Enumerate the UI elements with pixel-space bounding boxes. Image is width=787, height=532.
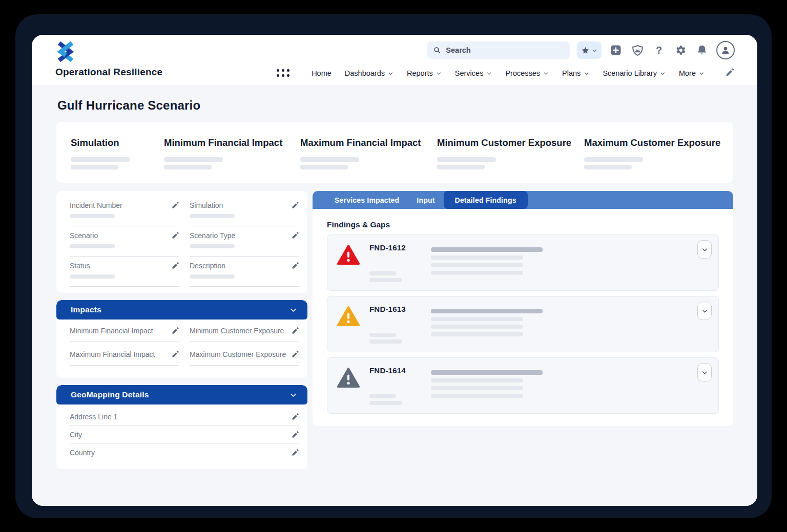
summary-col-max-customer-exposure: Maximum Customer Exposure (584, 137, 733, 169)
summary-col-simulation: Simulation (71, 137, 164, 169)
chevron-down-icon (436, 71, 442, 76)
edit-pencil-icon[interactable] (291, 350, 299, 358)
placeholder-bar (431, 247, 543, 252)
placeholder-bar (431, 386, 523, 390)
finding-description-skeleton (429, 366, 709, 406)
summary-header: Maximum Financial Impact (300, 137, 437, 148)
placeholder-bar (431, 317, 523, 321)
nav-item-processes[interactable]: Processes (505, 69, 549, 77)
app-title: Operational Resilience (55, 67, 162, 78)
chevron-down-icon (699, 71, 705, 76)
nav-item-reports[interactable]: Reports (407, 69, 442, 77)
field-underline (70, 256, 179, 257)
field-label: Scenario Type (190, 231, 235, 240)
expand-finding-button[interactable] (697, 363, 712, 381)
edit-pencil-icon[interactable] (171, 350, 179, 358)
placeholder-bar (70, 214, 115, 218)
section-title: Impacts (71, 305, 101, 314)
summary-col-min-customer-exposure: Minimum Customer Exposure (437, 137, 584, 169)
expand-finding-button[interactable] (697, 302, 712, 320)
placeholder-bar (190, 244, 235, 248)
nav-item-home[interactable]: Home (312, 69, 332, 77)
nav-item-services[interactable]: Services (455, 69, 492, 77)
edit-pencil-icon[interactable] (171, 327, 179, 335)
edit-pencil-icon[interactable] (171, 231, 179, 240)
search-input[interactable] (445, 46, 564, 55)
nav-item-label: Home (312, 69, 332, 77)
summary-header: Minimum Customer Exposure (437, 137, 584, 148)
tab-label: Services Impacted (335, 196, 399, 204)
main-nav: Home Dashboards Reports Services Process… (277, 67, 735, 80)
edit-pencil-icon[interactable] (291, 413, 299, 421)
edit-pencil-icon[interactable] (291, 201, 299, 209)
summary-col-max-financial-impact: Maximum Financial Impact (300, 137, 437, 169)
edit-pencil-icon[interactable] (291, 449, 299, 457)
field-label: Simulation (190, 201, 223, 209)
chevron-down-icon (584, 71, 589, 76)
geomapping-section-header[interactable]: GeoMapping Details (56, 385, 307, 405)
global-search[interactable] (427, 41, 570, 59)
edit-pencil-icon[interactable] (291, 231, 299, 240)
placeholder-bar (369, 394, 396, 398)
placeholder-bar (431, 370, 543, 375)
notifications-button[interactable] (695, 42, 709, 58)
field-label: Maximum Customer Exposure (190, 350, 286, 358)
edit-pencil-icon[interactable] (171, 262, 179, 270)
tab-label: Detailed Findings (455, 196, 516, 204)
warning-triangle-icon (337, 305, 361, 345)
question-mark-icon: ? (656, 45, 662, 56)
edit-pencil-icon[interactable] (171, 201, 179, 209)
nav-item-dashboards[interactable]: Dashboards (345, 69, 394, 77)
edit-pencil-icon[interactable] (291, 431, 299, 439)
chevron-down-icon (388, 71, 394, 76)
finding-card-fnd-1612: FND-1612 (327, 235, 719, 291)
nav-item-label: Scenario Library (603, 69, 657, 77)
field-scenario: Scenario (70, 231, 179, 257)
bell-icon (696, 44, 708, 56)
field-country: Country (70, 443, 299, 457)
chevron-down-icon[interactable] (289, 391, 297, 399)
profile-avatar[interactable] (716, 41, 735, 59)
placeholder-bar (431, 263, 523, 267)
edit-nav-button[interactable] (725, 68, 735, 79)
field-label: Minimum Customer Exposure (190, 327, 284, 335)
findings-tabbar: Services Impacted Input Detailed Finding… (313, 191, 733, 209)
add-button[interactable] (609, 42, 623, 58)
edit-pencil-icon[interactable] (291, 262, 299, 270)
field-city: City (70, 425, 299, 443)
summary-header: Minimum Financial Impact (164, 137, 300, 148)
edit-pencil-icon[interactable] (291, 327, 299, 335)
nav-item-plans[interactable]: Plans (562, 69, 589, 77)
nav-item-more[interactable]: More (679, 69, 705, 77)
field-address-line-1: Address Line 1 (70, 408, 299, 425)
field-underline (70, 365, 179, 366)
tab-services-impacted[interactable]: Services Impacted (326, 191, 408, 209)
field-label: Status (70, 262, 90, 270)
finding-card-fnd-1613: FND-1613 (327, 296, 719, 352)
guidance-button[interactable] (630, 42, 645, 58)
field-underline (190, 365, 299, 366)
placeholder-bar (300, 157, 359, 162)
warning-triangle-icon (337, 243, 361, 283)
field-label: Address Line 1 (70, 413, 117, 421)
plus-square-icon (610, 44, 622, 56)
mountain-badge-icon (631, 44, 644, 57)
placeholder-bar (71, 165, 118, 169)
setup-button[interactable] (673, 42, 688, 58)
expand-finding-button[interactable] (697, 240, 712, 259)
impacts-section-header[interactable]: Impacts (56, 300, 307, 320)
placeholder-bar (437, 165, 485, 169)
nav-item-label: Services (455, 69, 484, 77)
tab-input[interactable]: Input (408, 191, 443, 209)
help-button[interactable]: ? (652, 42, 666, 58)
favorites-button[interactable] (577, 41, 602, 59)
field-min-financial-impact: Minimum Financial Impact (70, 327, 179, 342)
nav-item-scenario-library[interactable]: Scenario Library (603, 69, 666, 77)
placeholder-bar (431, 378, 523, 382)
app-launcher-icon[interactable] (277, 69, 290, 77)
chevron-down-icon[interactable] (289, 306, 297, 314)
search-icon (433, 46, 441, 54)
field-scenario-type: Scenario Type (190, 231, 299, 257)
placeholder-bar (369, 271, 396, 275)
tab-detailed-findings[interactable]: Detailed Findings (444, 191, 528, 209)
